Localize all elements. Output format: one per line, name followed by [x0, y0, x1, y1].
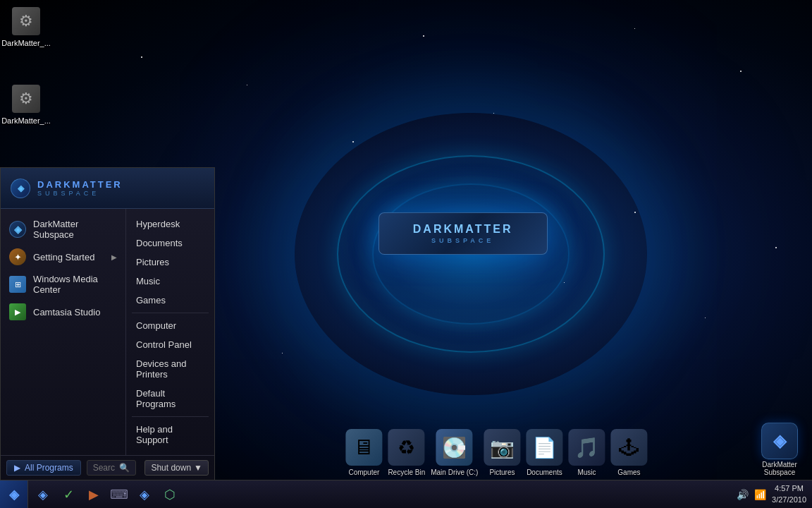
- darkmatter-tray-label: DarkMatterSubspace: [762, 461, 796, 476]
- dock-item-documents[interactable]: 📄 Documents: [526, 429, 562, 476]
- tray-volume-icon[interactable]: 🔊: [737, 489, 749, 500]
- right-separator-2: [132, 416, 209, 417]
- start-logo-top: DARKMATTER: [37, 179, 123, 190]
- desktop-icon-darkmatter-1[interactable]: ⚙ DarkMatter_...: [4, 7, 49, 48]
- taskbar-items: ◈ ✓ ▶ ⌨ ◈ ⬡: [28, 483, 731, 507]
- menu-item-getting-started[interactable]: ✦ Getting Started ▶: [1, 244, 125, 270]
- dock-item-recycle[interactable]: ♻ Recycle Bin: [388, 429, 425, 476]
- shutdown-label: Shut down: [151, 463, 191, 473]
- star: [564, 282, 565, 283]
- dock-item-computer[interactable]: 🖥 Computer: [345, 429, 382, 476]
- taskbar-icon-1[interactable]: ◈: [31, 483, 55, 507]
- dock-games-icon: 🕹: [610, 429, 647, 466]
- star: [775, 247, 777, 248]
- right-item-documents[interactable]: Documents: [126, 234, 214, 253]
- right-item-computer[interactable]: Computer: [126, 316, 214, 335]
- dock-pictures-icon: 📷: [484, 429, 520, 466]
- star: [634, 212, 636, 213]
- windows-media-center-label: Windows Media Center: [33, 274, 117, 295]
- dock-recycle-label: Recycle Bin: [388, 468, 425, 476]
- dock-computer-label: Computer: [348, 468, 379, 476]
- start-icon: ◈: [9, 487, 19, 502]
- search-input[interactable]: [93, 463, 116, 473]
- clock-date: 3/27/2010: [772, 495, 806, 505]
- right-item-pictures[interactable]: Pictures: [126, 253, 214, 272]
- all-programs-label: All Programs: [25, 463, 73, 473]
- start-menu-footer: ▶ All Programs 🔍 Shut down ▼: [1, 455, 214, 480]
- desktop-darkmatter-logo: DARKMATTER SUBSPACE: [379, 212, 548, 255]
- search-bar[interactable]: 🔍: [87, 460, 137, 476]
- star: [282, 353, 283, 353]
- start-logo-sub: SUBSPACE: [37, 190, 99, 197]
- start-menu-body: ◈ DarkMatter Subspace ✦ Getting Started …: [1, 209, 214, 455]
- darkmatter-tray-icon[interactable]: ◈ DarkMatterSubspace: [761, 423, 798, 476]
- star: [740, 71, 742, 72]
- right-item-control-panel[interactable]: Control Panel: [126, 335, 214, 354]
- all-programs-button[interactable]: ▶ All Programs: [6, 460, 81, 476]
- taskbar-icon-6[interactable]: ⬡: [158, 483, 182, 507]
- dock-main-drive-label: Main Drive (C:): [431, 468, 478, 476]
- start-button[interactable]: ◈: [0, 480, 28, 509]
- taskbar: ◈ ◈ ✓ ▶ ⌨ ◈ ⬡ 🔊 📶 4:57 PM 3/27/2010: [0, 480, 812, 508]
- star: [493, 113, 494, 114]
- right-item-hyperdesk[interactable]: Hyperdesk: [126, 214, 214, 234]
- menu-item-camtasia-studio[interactable]: ▶ Camtasia Studio: [1, 299, 125, 325]
- shutdown-button[interactable]: Shut down ▼: [144, 460, 209, 476]
- menu-item-windows-media-center[interactable]: ⊞ Windows Media Center: [1, 270, 125, 299]
- start-menu: ◈ DARKMATTER SUBSPACE ◈ DarkMatter Subsp…: [0, 167, 215, 480]
- star: [705, 318, 706, 318]
- star: [423, 35, 424, 37]
- right-item-games[interactable]: Games: [126, 291, 214, 310]
- shutdown-arrow-icon: ▼: [194, 463, 202, 473]
- right-item-devices-printers[interactable]: Devices and Printers: [126, 354, 214, 384]
- star: [352, 141, 354, 143]
- clock-time: 4:57 PM: [772, 483, 806, 494]
- darkmatter-tray-box: ◈: [761, 423, 798, 459]
- dock-item-music[interactable]: 🎵 Music: [568, 429, 605, 476]
- getting-started-arrow: ▶: [111, 253, 117, 261]
- darkmatter-label-2: DarkMatter_...: [1, 116, 51, 126]
- dock-item-main-drive[interactable]: 💽 Main Drive (C:): [431, 429, 478, 476]
- windows-media-center-icon: ⊞: [9, 276, 26, 293]
- star: [634, 28, 635, 29]
- taskbar-icon-3[interactable]: ▶: [82, 483, 106, 507]
- taskbar-clock[interactable]: 4:57 PM 3/27/2010: [772, 483, 806, 505]
- dock-item-games[interactable]: 🕹 Games: [610, 429, 647, 476]
- dock-music-label: Music: [577, 468, 596, 476]
- darkmatter-subspace-icon: ◈: [9, 221, 26, 238]
- tray-network-icon[interactable]: 📶: [754, 489, 766, 500]
- dock-recycle-icon: ♻: [388, 429, 425, 466]
- all-programs-arrow-icon: ▶: [14, 463, 20, 473]
- taskbar-icon-2[interactable]: ✓: [56, 483, 80, 507]
- dock-item-pictures[interactable]: 📷 Pictures: [484, 429, 520, 476]
- right-separator-1: [132, 313, 209, 313]
- dock-games-label: Games: [617, 468, 640, 476]
- right-item-default-programs[interactable]: Default Programs: [126, 384, 214, 413]
- camtasia-studio-icon: ▶: [9, 303, 26, 320]
- start-menu-right: Hyperdesk Documents Pictures Music Games…: [126, 209, 214, 455]
- dock-documents-label: Documents: [527, 468, 562, 476]
- start-logo-icon: ◈: [11, 179, 30, 198]
- star: [247, 85, 247, 85]
- darkmatter-label-1: DarkMatter_...: [1, 38, 51, 48]
- dock-pictures-label: Pictures: [489, 468, 515, 476]
- darkmatter-subspace-label: DarkMatter Subspace: [33, 219, 117, 240]
- desktop: DARKMATTER SUBSPACE ⚙ DarkMatter_... ⚙ D…: [0, 0, 812, 508]
- darkmatter-icon-2: ⚙: [12, 85, 40, 113]
- taskbar-icon-5[interactable]: ◈: [133, 483, 156, 507]
- start-menu-header: ◈ DARKMATTER SUBSPACE: [1, 168, 214, 209]
- getting-started-icon: ✦: [9, 248, 26, 265]
- desktop-icon-darkmatter-2[interactable]: ⚙ DarkMatter_...: [4, 85, 49, 126]
- star: [141, 56, 142, 58]
- search-icon: 🔍: [119, 463, 130, 473]
- right-item-help-support[interactable]: Help and Support: [126, 420, 214, 449]
- taskbar-icon-4[interactable]: ⌨: [107, 483, 131, 507]
- menu-item-darkmatter-subspace[interactable]: ◈ DarkMatter Subspace: [1, 214, 125, 244]
- dock-documents-icon: 📄: [526, 429, 562, 466]
- start-menu-left: ◈ DarkMatter Subspace ✦ Getting Started …: [1, 209, 126, 455]
- camtasia-studio-label: Camtasia Studio: [33, 307, 100, 318]
- dock-area: 🖥 Computer ♻ Recycle Bin 💽 Main Drive (C…: [345, 429, 647, 476]
- darkmatter-icon-1: ⚙: [12, 7, 40, 35]
- right-item-music[interactable]: Music: [126, 272, 214, 291]
- dock-computer-icon: 🖥: [345, 429, 382, 466]
